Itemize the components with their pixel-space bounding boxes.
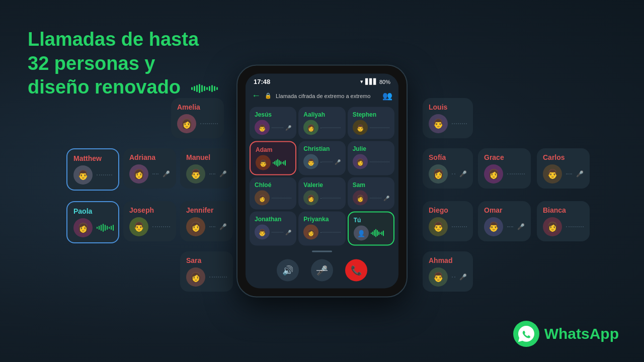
card-jennifer: Jennifer 👩 🎤 [180, 201, 233, 241]
phone-body: 17:48 ▾ ▋▋▋ 80% ← 🔒 Llamada cifrada de e… [236, 65, 408, 298]
card-bianca-dots [566, 226, 584, 227]
gc-name-priyanka: Priyanka [303, 216, 340, 223]
gc-name-julie: Julie [353, 145, 389, 152]
gc-wave-adam [273, 159, 286, 166]
gc-name-chloe: Chloé [255, 182, 291, 189]
gc-avatar-priyanka: 👩 [303, 225, 318, 240]
card-paola-wave [97, 224, 114, 232]
card-diego: Diego 👨 [423, 201, 473, 241]
headline-line3: diseño renovado [28, 76, 181, 98]
card-manuel-mic: 🎤 [219, 170, 227, 177]
gc-dots-julie [370, 161, 389, 162]
card-ahmad-dots [452, 277, 455, 278]
card-louis-dots [452, 123, 467, 124]
card-ahmad-name: Ahmad [429, 256, 467, 264]
whatsapp-label: WhatsApp [544, 325, 619, 342]
gc-name-jonathan: Jonathan [255, 216, 291, 223]
contacts-grid: Jesús 👨 🎤 Aaliyah 👩 [246, 105, 398, 248]
card-carlos-mic: 🎤 [576, 170, 584, 177]
card-louis-avatar: 👨 [429, 114, 448, 133]
phone-header: ← 🔒 Llamada cifrada de extremo a extremo… [246, 87, 398, 105]
card-adriana-name: Adriana [129, 153, 170, 161]
card-joseph-name: Joseph [129, 206, 170, 214]
scroll-area [246, 248, 398, 252]
back-button[interactable]: ← [252, 90, 261, 101]
card-omar-mic: 🎤 [517, 223, 525, 230]
gc-name-tu: Tú [354, 217, 388, 224]
gc-name-christian: Christian [303, 145, 340, 152]
gc-name-adam: Adam [256, 146, 290, 153]
phone-controls[interactable]: 🔊 🎤 📞 [246, 255, 398, 289]
card-jennifer-dots [209, 226, 215, 227]
grid-card-adam: Adam 👨 [250, 141, 296, 175]
end-call-button[interactable]: 📞 [345, 259, 367, 282]
gc-avatar-jesus: 👨 [255, 120, 270, 135]
gc-name-valerie: Valerie [303, 182, 340, 189]
status-time: 17:48 [254, 78, 270, 85]
gc-dots-chloe [272, 198, 291, 198]
gc-avatar-tu: 👤 [354, 226, 369, 241]
headline-text: Llamadas de hasta 32 personas y diseño r… [28, 28, 218, 100]
card-bianca-name: Bianca [543, 206, 584, 214]
gc-avatar-christian: 👨 [303, 154, 318, 169]
gc-avatar-valerie: 👩 [303, 191, 318, 206]
grid-card-julie: Julie 👩 [348, 141, 394, 175]
card-amelia-dots [200, 123, 218, 124]
card-carlos-avatar: 👨 [543, 164, 562, 184]
speaker-icon: 🔊 [282, 265, 293, 276]
card-jennifer-avatar: 👩 [186, 217, 205, 236]
gc-avatar-chloe: 👩 [255, 191, 270, 206]
card-sofia-dots [452, 173, 455, 174]
whatsapp-logo: WhatsApp [513, 321, 619, 347]
card-bianca: Bianca 👩 [537, 201, 590, 241]
whatsapp-icon [513, 321, 539, 347]
card-grace: Grace 👩 [478, 148, 531, 189]
gc-dots-sam [370, 198, 381, 198]
wifi-icon: ▾ [360, 78, 363, 85]
grid-card-stephen: Stephen 👨 [348, 107, 394, 139]
card-adriana-mic: 🎤 [163, 170, 170, 177]
card-joseph-dots [152, 226, 170, 227]
gc-dots-jesus [272, 127, 283, 128]
card-omar: Omar 👨 🎤 [478, 201, 531, 241]
card-adriana-dots [152, 173, 158, 174]
card-amelia-avatar: 👩 [177, 114, 196, 133]
headline-block: Llamadas de hasta 32 personas y diseño r… [28, 28, 218, 100]
gc-dots-valerie [320, 198, 340, 198]
card-matthew: Matthew 👨 [66, 148, 119, 191]
grid-card-tu: Tú 👤 [348, 212, 394, 246]
card-diego-dots [452, 226, 467, 227]
card-diego-avatar: 👨 [429, 217, 448, 236]
mute-button[interactable]: 🎤 [311, 259, 333, 282]
card-omar-dots [507, 226, 513, 227]
card-sara-name: Sara [186, 256, 227, 264]
gc-name-stephen: Stephen [353, 111, 389, 118]
headline-line2: 32 personas y [28, 53, 155, 74]
card-manuel-avatar: 👨 [186, 164, 205, 184]
grid-card-priyanka: Priyanka 👩 [298, 212, 345, 246]
card-grace-avatar: 👩 [484, 164, 503, 184]
card-manuel: Manuel 👨 🎤 [180, 148, 233, 189]
card-jennifer-name: Jennifer [186, 206, 227, 214]
card-paola-name: Paola [73, 207, 112, 215]
card-omar-avatar: 👨 [484, 217, 503, 236]
status-icons: ▾ ▋▋▋ 80% [360, 78, 390, 85]
card-sofia-mic: 🎤 [459, 170, 467, 177]
card-sara-dots [209, 277, 227, 278]
card-sofia: Sofía 👩 🎤 [423, 148, 473, 189]
scroll-indicator [312, 251, 332, 252]
card-grace-name: Grace [484, 153, 525, 161]
speaker-button[interactable]: 🔊 [277, 259, 299, 282]
card-ahmad: Ahmad 👨 🎤 [423, 251, 473, 292]
lock-icon: 🔒 [265, 93, 272, 99]
gc-name-aaliyah: Aaliyah [303, 111, 340, 118]
gc-wave-tu [371, 229, 384, 237]
card-carlos-dots [566, 173, 572, 174]
card-ahmad-avatar: 👨 [429, 267, 448, 287]
gc-dots-priyanka [320, 232, 340, 232]
gc-name-jesus: Jesús [255, 111, 291, 118]
gc-avatar-stephen: 👨 [353, 120, 368, 135]
card-manuel-name: Manuel [186, 153, 227, 161]
card-sofia-name: Sofía [429, 153, 467, 161]
card-jennifer-mic: 🎤 [219, 223, 227, 230]
